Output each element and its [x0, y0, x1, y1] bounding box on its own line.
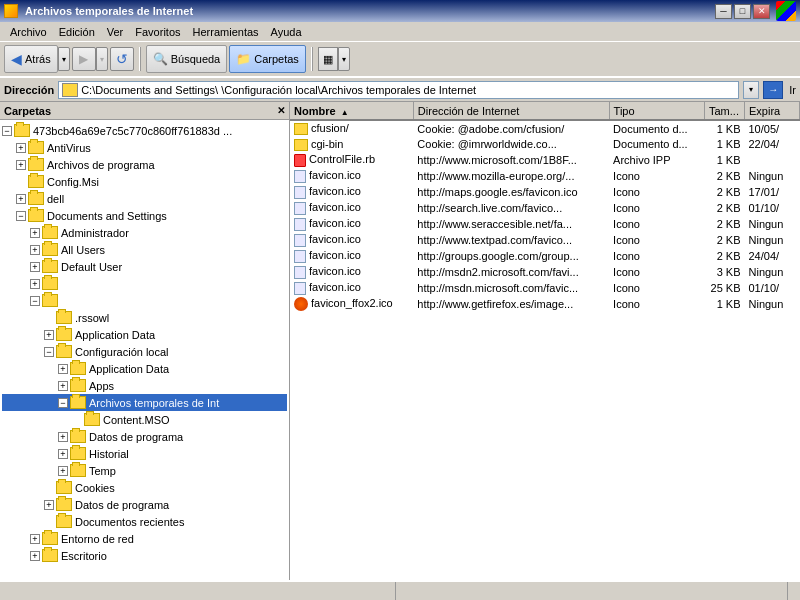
tree-item-user1[interactable]: +	[2, 275, 287, 292]
expand-btn-default-user[interactable]: +	[30, 262, 40, 272]
table-row[interactable]: ControlFile.rb http://www.microsoft.com/…	[290, 152, 800, 168]
expand-btn-all-users[interactable]: +	[30, 245, 40, 255]
col-tipo[interactable]: Tipo	[609, 102, 704, 120]
tree-item-user2[interactable]: −	[2, 292, 287, 309]
address-bar: Dirección C:\Documents and Settings\ \Co…	[0, 78, 800, 102]
table-row[interactable]: favicon.ico http://www.textpad.com/favic…	[290, 232, 800, 248]
refresh-button[interactable]: ↺	[110, 47, 134, 71]
close-button[interactable]: ✕	[753, 4, 770, 19]
panel-close-button[interactable]: ✕	[277, 105, 285, 116]
expand-btn-apps[interactable]: +	[58, 381, 68, 391]
expand-btn-escritorio[interactable]: +	[30, 551, 40, 561]
expand-btn-historial[interactable]: +	[58, 449, 68, 459]
table-row[interactable]: favicon.ico http://www.seraccesible.net/…	[290, 216, 800, 232]
minimize-button[interactable]: ─	[715, 4, 732, 19]
table-row[interactable]: favicon.ico http://search.live.com/favic…	[290, 200, 800, 216]
table-row[interactable]: favicon.ico http://msdn.microsoft.com/fa…	[290, 280, 800, 296]
tree-item-archivos-temp[interactable]: −Archivos temporales de Int	[2, 394, 287, 411]
search-button[interactable]: 🔍 Búsqueda	[146, 45, 228, 73]
tree-item-historial[interactable]: +Historial	[2, 445, 287, 462]
tree-item-documents-settings[interactable]: −Documents and Settings	[2, 207, 287, 224]
table-row[interactable]: favicon.ico http://www.mozilla-europe.or…	[290, 168, 800, 184]
tree-item-root-c[interactable]: −473bcb46a69e7c5c770c860ff761883d ...	[2, 122, 287, 139]
expand-btn-documents-settings[interactable]: −	[16, 211, 26, 221]
views-button[interactable]: ▦	[318, 47, 338, 71]
forward-dropdown[interactable]: ▾	[96, 47, 108, 71]
back-dropdown[interactable]: ▾	[58, 47, 70, 71]
menu-ver[interactable]: Ver	[101, 24, 130, 40]
menu-herramientas[interactable]: Herramientas	[187, 24, 265, 40]
expand-btn-datos-programa-2[interactable]: +	[44, 500, 54, 510]
table-row[interactable]: cgi-bin Cookie: @imrworldwide.co... Docu…	[290, 136, 800, 152]
tree-label-historial: Historial	[89, 448, 129, 460]
expand-btn-root-c[interactable]: −	[2, 126, 12, 136]
folder-icon-config-msi	[28, 175, 44, 188]
tree-item-documentos-recientes[interactable]: Documentos recientes	[2, 513, 287, 530]
tree-item-entorno-red[interactable]: +Entorno de red	[2, 530, 287, 547]
forward-button[interactable]: ▶	[72, 47, 96, 71]
go-button[interactable]: →	[763, 81, 783, 99]
expand-btn-app-data-2[interactable]: +	[58, 364, 68, 374]
window-title: Archivos temporales de Internet	[25, 5, 193, 17]
expand-btn-archivos-temp[interactable]: −	[58, 398, 68, 408]
table-row[interactable]: favicon.ico http://maps.google.es/favico…	[290, 184, 800, 200]
tree-item-apps[interactable]: +Apps	[2, 377, 287, 394]
tree-item-dell[interactable]: +dell	[2, 190, 287, 207]
expand-btn-temp[interactable]: +	[58, 466, 68, 476]
tree-item-content-mso[interactable]: Content.MSO	[2, 411, 287, 428]
file-list-scroll[interactable]: Nombre ▲ Dirección de Internet Tipo Tam.…	[290, 102, 800, 580]
expand-btn-administrador[interactable]: +	[30, 228, 40, 238]
expand-btn-archivos-programa[interactable]: +	[16, 160, 26, 170]
tree-item-rssowl[interactable]: .rssowl	[2, 309, 287, 326]
expand-btn-dell[interactable]: +	[16, 194, 26, 204]
col-nombre[interactable]: Nombre ▲	[290, 102, 413, 120]
back-button[interactable]: ◀ Atrás	[4, 45, 58, 73]
tree-item-config-msi[interactable]: Config.Msi	[2, 173, 287, 190]
expand-btn-entorno-red[interactable]: +	[30, 534, 40, 544]
table-row[interactable]: favicon_ffox2.ico http://www.getfirefox.…	[290, 296, 800, 312]
tree-item-escritorio[interactable]: +Escritorio	[2, 547, 287, 564]
tree-item-cookies[interactable]: Cookies	[2, 479, 287, 496]
col-expira[interactable]: Expira	[745, 102, 800, 120]
address-dropdown-btn[interactable]: ▾	[743, 81, 759, 99]
tree-item-administrador[interactable]: +Administrador	[2, 224, 287, 241]
table-row[interactable]: cfusion/ Cookie: @adobe.com/cfusion/ Doc…	[290, 120, 800, 136]
expand-btn-datos-programa[interactable]: +	[58, 432, 68, 442]
cell-direccion-8: http://groups.google.com/group...	[413, 248, 609, 264]
tree-item-config-local[interactable]: −Configuración local	[2, 343, 287, 360]
views-dropdown[interactable]: ▾	[338, 47, 350, 71]
address-input-container[interactable]: C:\Documents and Settings\ \Configuració…	[58, 81, 739, 99]
expand-btn-app-data-1[interactable]: +	[44, 330, 54, 340]
tree-item-antivirus[interactable]: +AntiVirus	[2, 139, 287, 156]
table-row[interactable]: favicon.ico http://msdn2.microsoft.com/f…	[290, 264, 800, 280]
cell-expira-10: 01/10/	[745, 280, 800, 296]
tree-item-default-user[interactable]: +Default User	[2, 258, 287, 275]
tree-item-app-data-2[interactable]: +Application Data	[2, 360, 287, 377]
expand-btn-config-local[interactable]: −	[44, 347, 54, 357]
tree-item-datos-programa-2[interactable]: +Datos de programa	[2, 496, 287, 513]
expand-btn-user2[interactable]: −	[30, 296, 40, 306]
tree-item-app-data-1[interactable]: +Application Data	[2, 326, 287, 343]
table-row[interactable]: favicon.ico http://groups.google.com/gro…	[290, 248, 800, 264]
col-direccion[interactable]: Dirección de Internet	[413, 102, 609, 120]
menu-archivo[interactable]: Archivo	[4, 24, 53, 40]
search-icon: 🔍	[153, 52, 168, 66]
menu-ayuda[interactable]: Ayuda	[265, 24, 308, 40]
menu-edicion[interactable]: Edición	[53, 24, 101, 40]
folder-small-icon	[294, 139, 308, 151]
tree-item-archivos-programa[interactable]: +Archivos de programa	[2, 156, 287, 173]
tree-label-config-local: Configuración local	[75, 346, 169, 358]
cell-nombre-3: favicon.ico	[290, 168, 413, 184]
tree-item-datos-programa[interactable]: +Datos de programa	[2, 428, 287, 445]
tree-item-temp[interactable]: +Temp	[2, 462, 287, 479]
cell-expira-1: 22/04/	[745, 136, 800, 152]
expand-btn-user1[interactable]: +	[30, 279, 40, 289]
tree-item-all-users[interactable]: +All Users	[2, 241, 287, 258]
menu-favoritos[interactable]: Favoritos	[129, 24, 186, 40]
expand-btn-antivirus[interactable]: +	[16, 143, 26, 153]
menu-bar: Archivo Edición Ver Favoritos Herramient…	[0, 22, 800, 42]
folders-button[interactable]: 📁 Carpetas	[229, 45, 306, 73]
maximize-button[interactable]: □	[734, 4, 751, 19]
col-tamaño[interactable]: Tam...	[705, 102, 745, 120]
tree-area[interactable]: −473bcb46a69e7c5c770c860ff761883d ...+An…	[0, 120, 289, 580]
